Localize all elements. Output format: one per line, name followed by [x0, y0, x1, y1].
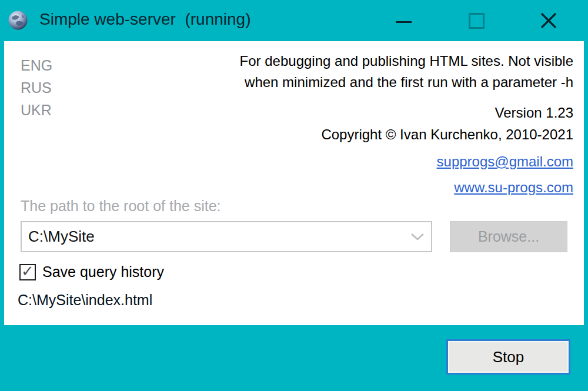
globe-icon	[8, 10, 28, 31]
minimize-button[interactable]	[385, 0, 422, 41]
about-block: For debugging and publishing HTML sites.…	[240, 51, 573, 196]
stop-button[interactable]: Stop	[446, 339, 570, 375]
browse-button: Browse...	[450, 221, 567, 252]
window-title: Simple web-server (running)	[39, 10, 250, 29]
current-file-path: C:\MySite\index.html	[18, 292, 152, 309]
description-line-2: when minimized and the first run with a …	[245, 72, 573, 93]
titlebar: Simple web-server (running)	[0, 0, 588, 41]
support-email-link[interactable]: supprogs@gmail.com	[437, 153, 573, 170]
save-history-option[interactable]: ✓ Save query history	[19, 263, 164, 280]
lang-eng-link[interactable]: ENG	[21, 54, 52, 76]
maximize-button[interactable]	[457, 0, 495, 41]
lang-ukr-link[interactable]: UKR	[21, 99, 52, 121]
close-button[interactable]	[530, 0, 567, 41]
minimize-icon	[396, 21, 412, 23]
chevron-down-icon[interactable]	[404, 222, 431, 251]
maximize-icon	[469, 13, 485, 29]
site-root-value: C:\MySite	[22, 228, 404, 246]
client-area: ENG RUS UKR For debugging and publishing…	[4, 41, 584, 325]
website-link[interactable]: www.su-progs.com	[454, 179, 573, 196]
app-window: Simple web-server (running) ENG RUS UKR …	[0, 0, 588, 391]
site-root-combobox[interactable]: C:\MySite	[21, 221, 432, 252]
language-list: ENG RUS UKR	[21, 54, 52, 121]
copyright-text: Copyright © Ivan Kurchenko, 2010-2021	[321, 123, 573, 145]
save-history-checkbox[interactable]: ✓	[19, 264, 36, 280]
description-line-1: For debugging and publishing HTML sites.…	[240, 51, 573, 72]
save-history-label: Save query history	[42, 263, 164, 280]
close-icon	[540, 12, 557, 29]
version-text: Version 1.23	[495, 102, 573, 123]
lang-rus-link[interactable]: RUS	[21, 76, 52, 99]
site-root-label: The path to the root of the site:	[21, 198, 221, 215]
checkmark-icon: ✓	[21, 263, 34, 279]
